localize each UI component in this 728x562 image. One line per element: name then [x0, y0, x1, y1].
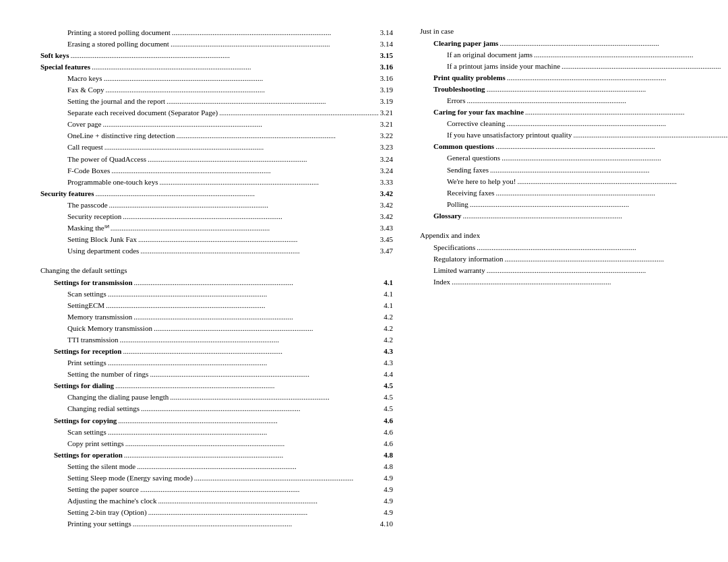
- toc-item: Troubleshooting ........................…: [420, 84, 728, 95]
- toc-item: Copy print settings ....................…: [40, 438, 393, 449]
- toc-item: Scan settings ..........................…: [40, 288, 393, 300]
- toc-item: Security reception .....................…: [40, 211, 393, 222]
- toc-item: Fax & Copy .............................…: [40, 84, 393, 96]
- toc-item: Settings for operation .................…: [40, 449, 393, 461]
- toc-item: Settings for dialing ...................…: [40, 380, 393, 392]
- toc-item: SettingECM .............................…: [40, 300, 393, 311]
- toc-item: Clearing paper jams ....................…: [420, 38, 728, 49]
- toc-item: Settings for transmission ..............…: [40, 277, 393, 288]
- toc-item: Regulatory information .................…: [420, 253, 728, 265]
- toc-item: Erasing a stored polling document ......…: [40, 38, 393, 50]
- toc-item: F-Code Boxes ...........................…: [40, 165, 393, 177]
- toc-item: Changing the dialing pause length ......…: [40, 392, 393, 403]
- toc-item: If an original document jams ...........…: [420, 49, 728, 61]
- toc-item: Cover page .............................…: [40, 119, 393, 130]
- toc-item: Setting the number of rings ............…: [40, 369, 393, 380]
- toc-item: Setting Sleep mode (Energy saving mode) …: [40, 472, 393, 484]
- toc-item: Soft keys ..............................…: [40, 50, 393, 61]
- toc-item: Settings for copying ...................…: [40, 415, 393, 427]
- toc-item: Changing redial settings ...............…: [40, 403, 393, 414]
- toc-item: Using department codes .................…: [40, 245, 393, 257]
- section-heading-changing: Changing the default settings: [40, 266, 393, 274]
- toc-item: Memory transmission ....................…: [40, 311, 393, 323]
- toc-item: Errors .................................…: [420, 95, 728, 106]
- section-heading-appendix: Appendix and index: [420, 231, 728, 239]
- toc-item: We're here to help you! ................…: [420, 176, 728, 187]
- toc-item: Glossary ...............................…: [420, 210, 728, 222]
- toc-item: If you have unsatisfactory printout qual…: [420, 129, 728, 141]
- toc-item: Caring for your fax machine ............…: [420, 106, 728, 118]
- toc-item: Macro keys .............................…: [40, 73, 393, 84]
- toc-item: Setting the silent mode ................…: [40, 461, 393, 472]
- toc-item: Sending faxes ..........................…: [420, 164, 728, 176]
- toc-item: Polling ................................…: [420, 199, 728, 210]
- toc-item: Adjusting the machine's clock ..........…: [40, 495, 393, 507]
- toc-item: Separate each received document (Separat…: [40, 107, 393, 119]
- toc-item: OneLine + distinctive ring detection ...…: [40, 130, 393, 142]
- toc-item: Security features ......................…: [40, 188, 393, 199]
- left-column: Printing a stored polling document .....…: [40, 27, 393, 530]
- toc-item: The passcode ...........................…: [40, 199, 393, 211]
- toc-item: Index ..................................…: [420, 276, 728, 288]
- toc-item: Masking theᴵᴻ ..........................…: [40, 222, 393, 234]
- toc-item: Scan settings ..........................…: [40, 427, 393, 438]
- toc-item: Quick Memory transmission ..............…: [40, 323, 393, 334]
- toc-item: Receiving faxes ........................…: [420, 187, 728, 199]
- toc-item: Setting the journal and the report .....…: [40, 96, 393, 107]
- toc-item: Printing a stored polling document .....…: [40, 27, 393, 38]
- toc-item: Special features .......................…: [40, 61, 393, 73]
- toc-item: Print settings .........................…: [40, 357, 393, 369]
- toc-item: Specifications .........................…: [420, 242, 728, 253]
- toc-item: Programmable one-touch keys ............…: [40, 177, 393, 188]
- toc-item: If a printout jams inside your machine .…: [420, 61, 728, 72]
- toc-item: Corrective cleaning ....................…: [420, 118, 728, 129]
- toc-item: The power of QuadAccess ................…: [40, 154, 393, 165]
- toc-item: Setting 2-bin tray (Option) ............…: [40, 507, 393, 518]
- toc-item: Print quality problems .................…: [420, 72, 728, 84]
- toc-item: TTI transmission .......................…: [40, 334, 393, 346]
- toc-item: Settings for reception .................…: [40, 346, 393, 357]
- toc-item: Limited warranty .......................…: [420, 265, 728, 276]
- section-heading-just-in-case: Just in case: [420, 27, 728, 35]
- toc-item: Common questions .......................…: [420, 141, 728, 152]
- toc-item: General questions ......................…: [420, 152, 728, 164]
- toc-item: Setting Block Junk Fax .................…: [40, 234, 393, 245]
- right-column: Just in case Clearing paper jams .......…: [420, 27, 728, 530]
- toc-container: Printing a stored polling document .....…: [40, 27, 688, 530]
- toc-item: Setting the paper source ...............…: [40, 484, 393, 495]
- toc-item: Call request ...........................…: [40, 142, 393, 153]
- toc-item: Printing your settings .................…: [40, 518, 393, 530]
